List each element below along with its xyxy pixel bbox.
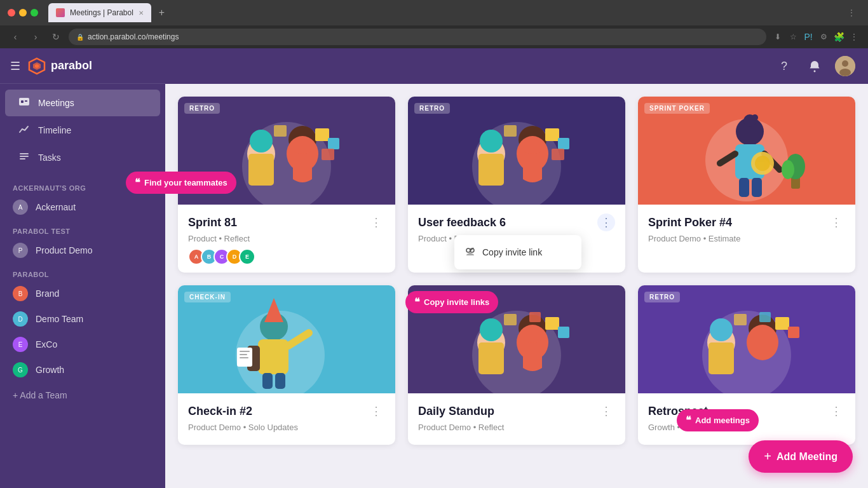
download-icon[interactable]: ⬇ bbox=[771, 30, 784, 43]
maximize-window-btn[interactable] bbox=[31, 9, 38, 17]
user-avatar[interactable] bbox=[835, 56, 855, 76]
extensions-icon[interactable]: P! bbox=[802, 30, 815, 43]
parabol-test-section-label: Parabol Test bbox=[0, 220, 165, 238]
svg-rect-67 bbox=[504, 314, 517, 325]
logo[interactable]: parabol bbox=[28, 57, 92, 75]
svg-rect-5 bbox=[25, 100, 27, 102]
card-menu-sprint-poker[interactable]: ⋮ bbox=[827, 214, 845, 231]
org-team-label: Ackernaut bbox=[36, 202, 76, 212]
card-body-sprint-81: Sprint 81 ⋮ Product • Reflect A B C D E bbox=[178, 205, 395, 273]
card-menu-checkin[interactable]: ⋮ bbox=[367, 402, 385, 420]
timeline-icon bbox=[18, 123, 31, 137]
svg-rect-52 bbox=[240, 351, 250, 352]
meetings-icon bbox=[18, 96, 31, 110]
card-badge-sprint-poker: SPRINT POKER bbox=[644, 103, 710, 114]
minimize-window-btn[interactable] bbox=[19, 9, 27, 17]
nav-label-tasks: Tasks bbox=[38, 152, 61, 163]
back-button[interactable]: ‹ bbox=[8, 29, 23, 44]
url-bar[interactable]: 🔒 action.parabol.co/meetings bbox=[69, 29, 766, 45]
add-meetings-text: Add meetings bbox=[695, 416, 750, 425]
svg-rect-19 bbox=[315, 128, 329, 141]
card-badge-retrospect: RETRO bbox=[644, 292, 680, 302]
exco-label: ExCo bbox=[36, 339, 57, 349]
product-demo-avatar: P bbox=[13, 243, 28, 258]
add-team-btn[interactable]: + Add a Team bbox=[0, 385, 165, 405]
hamburger-menu[interactable]: ☰ bbox=[10, 59, 20, 73]
team-item-brand[interactable]: B Brand bbox=[0, 281, 165, 306]
team-item-growth[interactable]: G Growth bbox=[0, 357, 165, 383]
card-body-daily-standup: Daily Standup ⋮ Product Demo • Reflect bbox=[408, 393, 625, 445]
team-item-demo[interactable]: D Demo Team bbox=[0, 306, 165, 332]
card-header-user-feedback: User feedback 6 ⋮ bbox=[418, 214, 615, 231]
copy-invite-links-tooltip: ❝ Copy invite links bbox=[405, 291, 498, 313]
sidebar-nav: Meetings Timeline Tasks bbox=[0, 84, 165, 177]
quote-icon-1: ❝ bbox=[135, 177, 140, 189]
meeting-card-sprint-poker[interactable]: SPRINT POKER bbox=[638, 97, 855, 273]
demo-team-label: Demo Team bbox=[36, 314, 83, 324]
browser-menu-icon[interactable]: ⋮ bbox=[848, 8, 855, 17]
card-avatars-sprint-81: A B C D E bbox=[188, 248, 385, 265]
help-icon[interactable]: ? bbox=[774, 56, 794, 76]
svg-point-70 bbox=[710, 318, 733, 341]
copy-invite-link-item[interactable]: Copy invite link bbox=[454, 239, 581, 266]
bookmark-icon[interactable]: ☆ bbox=[787, 30, 799, 43]
logo-icon bbox=[28, 57, 46, 75]
card-badge-sprint-81: RETRO bbox=[184, 103, 220, 114]
address-bar: ‹ › ↻ 🔒 action.parabol.co/meetings ⬇ ☆ P… bbox=[0, 25, 868, 48]
org-team-item[interactable]: A Ackernaut bbox=[0, 194, 165, 220]
tab-close-btn[interactable]: ✕ bbox=[139, 10, 144, 17]
card-badge-checkin: CHECK-IN bbox=[184, 292, 231, 302]
svg-rect-65 bbox=[558, 327, 569, 338]
nav-item-tasks[interactable]: Tasks bbox=[5, 144, 160, 171]
find-teammates-text: Find your teammates bbox=[144, 178, 227, 187]
puzzle-icon[interactable]: 🧩 bbox=[832, 30, 845, 43]
svg-rect-29 bbox=[545, 128, 559, 141]
close-window-btn[interactable] bbox=[8, 9, 15, 17]
svg-rect-64 bbox=[545, 317, 559, 330]
chrome-menu-icon[interactable]: ⋮ bbox=[848, 30, 860, 43]
card-badge-user-feedback: RETRO bbox=[414, 103, 450, 114]
product-demo-team-item[interactable]: P Product Demo bbox=[0, 238, 165, 263]
card-subtitle-daily-standup: Product Demo • Reflect bbox=[418, 423, 615, 432]
card-image-retrospect: RETRO bbox=[638, 285, 855, 393]
logo-text: parabol bbox=[51, 59, 92, 72]
card-title-sprint-poker: Sprint Poker #4 bbox=[648, 216, 732, 229]
settings-icon[interactable]: ⚙ bbox=[817, 30, 830, 43]
team-item-exco[interactable]: E ExCo bbox=[0, 332, 165, 357]
svg-rect-75 bbox=[788, 327, 799, 338]
svg-rect-3 bbox=[19, 98, 29, 105]
add-meeting-button[interactable]: + Add Meeting bbox=[749, 440, 853, 473]
product-demo-label: Product Demo bbox=[36, 245, 92, 255]
meeting-card-checkin[interactable]: CHECK-IN bbox=[178, 285, 395, 445]
card-menu-user-feedback[interactable]: ⋮ bbox=[597, 214, 615, 231]
svg-rect-61 bbox=[478, 342, 504, 374]
card-menu-retrospect[interactable]: ⋮ bbox=[827, 402, 845, 420]
forward-button[interactable]: › bbox=[28, 29, 43, 44]
bell-icon[interactable] bbox=[804, 56, 825, 76]
svg-rect-26 bbox=[478, 154, 504, 186]
svg-point-15 bbox=[250, 130, 273, 152]
nav-item-meetings[interactable]: Meetings bbox=[5, 90, 160, 116]
card-body-sprint-poker: Sprint Poker #4 ⋮ Product Demo • Estimat… bbox=[638, 205, 855, 256]
nav-item-timeline[interactable]: Timeline bbox=[5, 117, 160, 144]
svg-point-9 bbox=[814, 71, 816, 72]
demo-avatar: D bbox=[13, 311, 28, 327]
svg-rect-22 bbox=[274, 125, 287, 137]
sidebar-header: ☰ parabol bbox=[0, 48, 165, 84]
card-menu-daily-standup[interactable]: ⋮ bbox=[597, 402, 615, 420]
card-menu-sprint-81[interactable]: ⋮ bbox=[367, 214, 385, 231]
add-meeting-icon: + bbox=[764, 449, 771, 464]
card-title-sprint-81: Sprint 81 bbox=[188, 216, 237, 229]
active-tab[interactable]: Meetings | Parabol ✕ bbox=[48, 3, 151, 22]
refresh-button[interactable]: ↻ bbox=[48, 29, 64, 44]
find-teammates-tooltip: ❝ Find your teammates bbox=[126, 172, 236, 194]
new-tab-btn[interactable]: + bbox=[154, 7, 170, 18]
svg-point-73 bbox=[747, 325, 778, 360]
lock-icon: 🔒 bbox=[76, 34, 84, 41]
svg-rect-71 bbox=[709, 342, 734, 374]
card-image-checkin: CHECK-IN bbox=[178, 285, 395, 393]
card-header-sprint-poker: Sprint Poker #4 ⋮ bbox=[648, 214, 845, 231]
svg-rect-31 bbox=[552, 149, 564, 160]
svg-rect-53 bbox=[240, 354, 247, 355]
svg-rect-8 bbox=[20, 158, 25, 159]
